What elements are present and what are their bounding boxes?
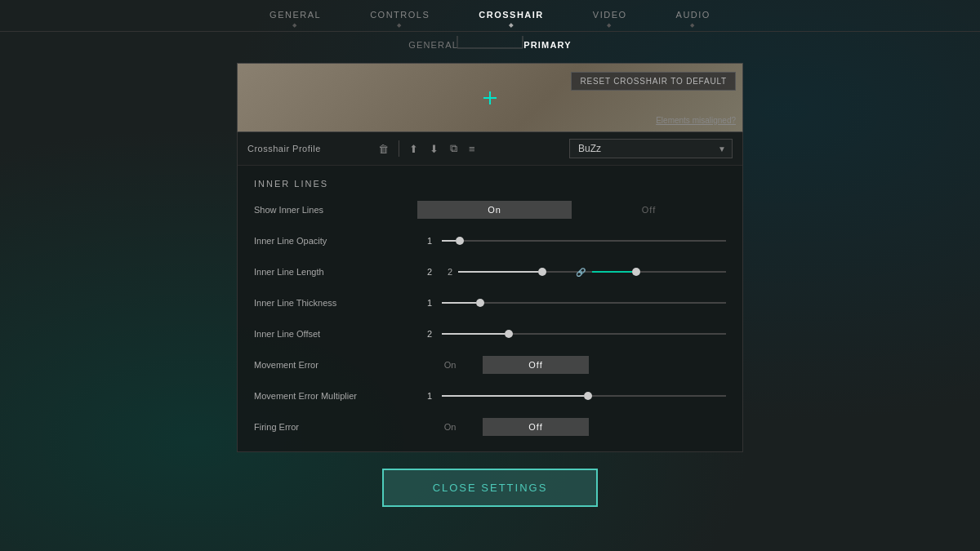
slider-fill-thickness xyxy=(442,302,476,304)
slider-track-length: 🔗 xyxy=(458,271,726,273)
inner-line-length-row: Inner Line Length 2 2 🔗 xyxy=(254,262,726,282)
slider-track-thickness xyxy=(442,302,726,304)
nav-item-controls[interactable]: CONTROLS xyxy=(370,10,430,26)
movement-error-off-button[interactable]: Off xyxy=(483,356,589,374)
movement-error-multiplier-slider[interactable] xyxy=(442,388,726,404)
profile-upload-button[interactable]: ⬆ xyxy=(408,141,420,157)
inner-line-opacity-slider[interactable] xyxy=(442,233,726,249)
inner-lines-section-title: INNER LINES xyxy=(254,179,726,189)
sub-nav: GENERAL PRIMARY xyxy=(408,32,572,63)
profile-copy-button[interactable]: ⧉ xyxy=(448,140,459,157)
inner-line-thickness-value: 1 xyxy=(417,298,442,308)
movement-error-multiplier-label: Movement Error Multiplier xyxy=(254,391,417,401)
inner-line-length-slider[interactable]: 🔗 xyxy=(458,264,726,280)
inner-line-length-value: 2 xyxy=(417,267,442,277)
nav-item-general[interactable]: GENERAL xyxy=(270,10,321,26)
settings-content: INNER LINES Show Inner Lines On Off Inne… xyxy=(238,166,742,451)
subnav-general[interactable]: GENERAL xyxy=(408,40,458,55)
reset-crosshair-button[interactable]: RESET CROSSHAIR TO DEFAULT xyxy=(571,72,736,91)
inner-line-length-value2: 2 xyxy=(442,267,458,277)
movement-error-on-label: On xyxy=(417,360,483,370)
crosshair-vertical xyxy=(489,91,491,104)
inner-line-opacity-row: Inner Line Opacity 1 xyxy=(254,231,726,251)
firing-error-toggle: Off xyxy=(483,418,589,436)
profile-delete-button[interactable]: 🗑 xyxy=(376,141,390,157)
link-icon: 🔗 xyxy=(576,268,586,277)
nav-item-crosshair[interactable]: CROSSHAIR xyxy=(479,10,544,26)
firing-error-off-button[interactable]: Off xyxy=(483,418,589,436)
top-nav: GENERAL CONTROLS CROSSHAIR VIDEO AUDIO xyxy=(0,0,980,32)
close-settings-area: CLOSE SETTINGS xyxy=(0,452,980,519)
subnav-primary[interactable]: PRIMARY xyxy=(523,40,572,55)
movement-error-multiplier-value: 1 xyxy=(417,391,442,401)
close-settings-button[interactable]: CLOSE SETTINGS xyxy=(382,469,599,507)
profile-list-button[interactable]: ≡ xyxy=(467,141,477,157)
profile-row: Crosshair Profile 🗑 ⬆ ⬇ ⧉ ≡ BuZz Default… xyxy=(238,132,742,166)
inner-line-offset-value: 2 xyxy=(417,329,442,339)
slider-track xyxy=(442,240,726,242)
profile-icons: 🗑 ⬆ ⬇ ⧉ ≡ xyxy=(376,140,477,157)
main-panel: Crosshair Profile 🗑 ⬆ ⬇ ⧉ ≡ BuZz Default… xyxy=(237,132,743,452)
slider-thumb[interactable] xyxy=(456,237,464,245)
show-inner-lines-label: Show Inner Lines xyxy=(254,205,417,215)
slider-thumb-right[interactable] xyxy=(632,268,640,276)
show-inner-lines-row: Show Inner Lines On Off xyxy=(254,200,726,220)
inner-line-opacity-label: Inner Line Opacity xyxy=(254,236,417,246)
slider-fill-mem xyxy=(442,395,584,397)
profile-divider xyxy=(399,140,399,157)
profile-download-button[interactable]: ⬇ xyxy=(428,141,440,157)
inner-line-offset-slider[interactable] xyxy=(442,326,726,342)
profile-label: Crosshair Profile xyxy=(247,144,370,153)
nav-item-audio[interactable]: AUDIO xyxy=(676,10,710,26)
slider-thumb-left[interactable] xyxy=(538,268,546,276)
movement-error-label: Movement Error xyxy=(254,360,417,370)
profile-select[interactable]: BuZz Default Custom 1 Custom 2 xyxy=(569,139,733,158)
firing-error-multiplier-slider[interactable] xyxy=(442,450,726,451)
movement-error-row: Movement Error On Off xyxy=(254,355,726,375)
firing-error-row: Firing Error On Off xyxy=(254,417,726,437)
slider-thumb-mem[interactable] xyxy=(584,392,592,400)
sub-nav-wrapper: GENERAL PRIMARY xyxy=(0,32,980,63)
slider-track-mem xyxy=(442,395,726,397)
inner-line-offset-label: Inner Line Offset xyxy=(254,329,417,339)
slider-fill xyxy=(442,240,456,242)
profile-select-wrapper: BuZz Default Custom 1 Custom 2 ▼ xyxy=(569,139,733,158)
movement-error-multiplier-row: Movement Error Multiplier 1 xyxy=(254,386,726,406)
slider-track-offset xyxy=(442,333,726,335)
slider-fill-left xyxy=(458,271,538,273)
inner-line-thickness-row: Inner Line Thickness 1 xyxy=(254,293,726,313)
toggle-on-button[interactable]: On xyxy=(417,201,572,219)
slider-fill-teal xyxy=(592,271,632,273)
firing-error-multiplier-row: Firing Error Multiplier 1 xyxy=(254,448,726,451)
inner-line-offset-row: Inner Line Offset 2 xyxy=(254,324,726,344)
toggle-off-button[interactable]: Off xyxy=(572,201,726,219)
preview-area: RESET CROSSHAIR TO DEFAULT Elements misa… xyxy=(237,63,743,132)
inner-line-thickness-slider[interactable] xyxy=(442,295,726,311)
inner-line-opacity-value: 1 xyxy=(417,236,442,246)
nav-item-video[interactable]: VIDEO xyxy=(593,10,627,26)
slider-fill-offset xyxy=(442,333,505,335)
profile-select-area: BuZz Default Custom 1 Custom 2 ▼ xyxy=(483,139,733,158)
slider-thumb-thickness[interactable] xyxy=(476,299,484,307)
slider-thumb-offset[interactable] xyxy=(505,330,513,338)
inner-line-length-label: Inner Line Length xyxy=(254,267,417,277)
firing-error-on-label: On xyxy=(417,422,483,432)
show-inner-lines-toggle: On Off xyxy=(417,201,726,219)
firing-error-label: Firing Error xyxy=(254,422,417,432)
movement-error-toggle: Off xyxy=(483,356,589,374)
inner-line-thickness-label: Inner Line Thickness xyxy=(254,298,417,308)
elements-misaligned-link[interactable]: Elements misaligned? xyxy=(656,116,736,125)
